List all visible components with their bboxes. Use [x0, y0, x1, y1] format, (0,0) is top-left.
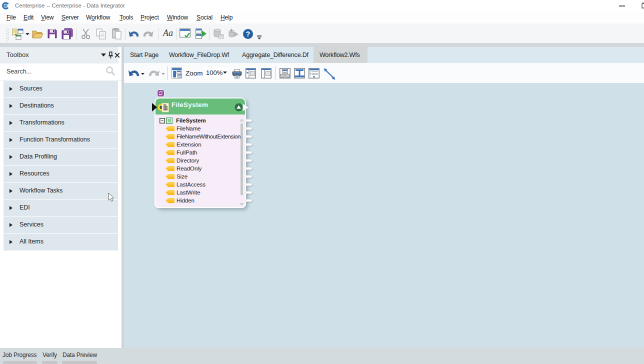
- svg-text:?: ?: [246, 30, 250, 38]
